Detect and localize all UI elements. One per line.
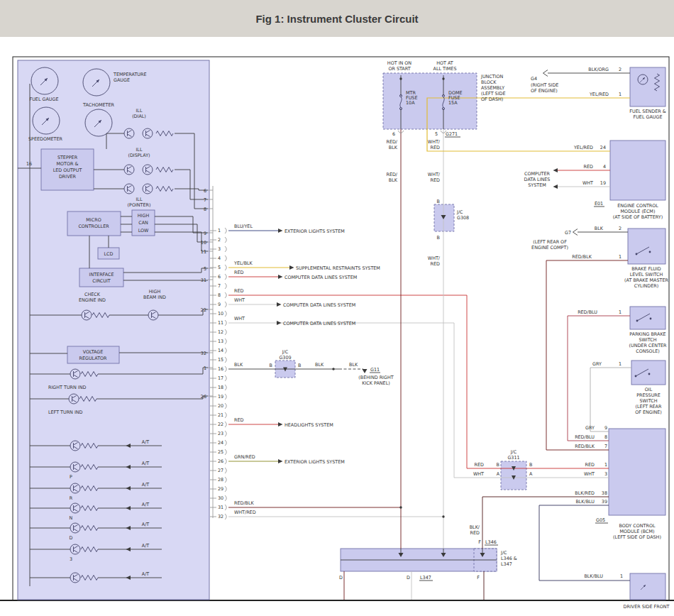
wire-color-label: RED/BLU bbox=[578, 309, 597, 315]
connector-pin-bump bbox=[225, 440, 226, 446]
wire-color-label: WHT bbox=[473, 471, 484, 477]
connector-pin-number: 11 bbox=[218, 320, 223, 326]
pin-letter: B bbox=[529, 462, 532, 468]
at-label: A/T bbox=[142, 522, 150, 527]
connector-pin-bump bbox=[225, 283, 226, 289]
wiring-diagram: 1234567891011121314151617181920212223242… bbox=[0, 37, 674, 616]
connector-pin-number: 16 bbox=[218, 366, 223, 372]
connector-pin-bump bbox=[225, 375, 226, 381]
connector-pin-number: 15 bbox=[218, 357, 223, 363]
edge-pin: 22 bbox=[201, 307, 206, 313]
pin-number: 1 bbox=[619, 92, 621, 97]
wire-color-label: RED/BLK bbox=[386, 172, 397, 183]
pin16-edge-label: 16 bbox=[26, 161, 32, 167]
pin-letter: D bbox=[407, 575, 410, 581]
pin-number: 1 bbox=[619, 361, 621, 367]
can-label: CAN bbox=[138, 220, 148, 226]
connector-pin-number: 8 bbox=[218, 292, 221, 298]
parking-brake-label: PARKING BRAKESWITCH(UNDER CENTERCONSOLE) bbox=[629, 331, 667, 354]
edge-pin: 9 bbox=[204, 231, 206, 236]
ground-ref: G11 bbox=[370, 367, 380, 373]
pin-letter: F bbox=[478, 539, 481, 545]
connector-pin-number: 28 bbox=[218, 477, 223, 483]
connector-pin-number: 4 bbox=[218, 255, 221, 261]
pin-number: 3 bbox=[604, 471, 607, 477]
wire-color-label: BLK/BLU bbox=[575, 499, 595, 505]
wire-color-label: GRY bbox=[592, 361, 602, 367]
pin-number: 39 bbox=[602, 499, 607, 505]
pin-letter: B bbox=[497, 462, 499, 468]
connector-pin-bump bbox=[225, 458, 226, 464]
connector-pin-bump bbox=[225, 477, 226, 483]
ground-note: (RIGHT SIDEOF ENGINE) bbox=[531, 82, 558, 94]
pin-letter: B bbox=[270, 363, 272, 368]
connector-pin-bump bbox=[225, 292, 226, 298]
connector-pin-number: 5 bbox=[218, 265, 221, 270]
connector-pin-number: 19 bbox=[218, 394, 223, 400]
wire-color-label: YEL/RED bbox=[573, 145, 593, 150]
connector-pin-number: 10 bbox=[218, 311, 223, 317]
wire-blk-blu-bcm-to-driver bbox=[539, 505, 630, 581]
connector-pin-bump bbox=[225, 431, 226, 436]
wire-color-label: WHT/RED bbox=[428, 255, 441, 267]
wire-color-label: GRY bbox=[585, 425, 595, 431]
gear-d-label: D bbox=[70, 535, 73, 541]
wire-color-label: RED/BLU bbox=[575, 434, 595, 440]
gear-3-label: 3 bbox=[70, 556, 72, 562]
connector-pin-number: 18 bbox=[218, 385, 223, 390]
connector-pin-bump bbox=[225, 237, 226, 243]
connector-pin-number: 13 bbox=[218, 339, 223, 344]
connector-ref: L346 bbox=[485, 539, 497, 545]
wire-color-label: WHT bbox=[234, 316, 245, 321]
connector-pin-number: 2 bbox=[218, 237, 221, 243]
interface-circuit-label: INTERFACECIRCUIT bbox=[89, 272, 114, 284]
fuse-feed-lines bbox=[401, 75, 482, 553]
connector-pin-bump bbox=[225, 394, 226, 400]
connector-pin-number: 27 bbox=[218, 468, 223, 473]
system-label: HEADLIGHTS SYSTEM bbox=[284, 422, 333, 428]
pin-number: 5 bbox=[435, 131, 438, 137]
connector-pin-number: 25 bbox=[218, 449, 223, 455]
connector-pin-number: 12 bbox=[218, 329, 223, 335]
wire-color-label: WHT bbox=[582, 180, 593, 186]
connector-pin-bump bbox=[225, 311, 226, 317]
wire-color-label: GRN/RED bbox=[234, 454, 255, 460]
connector-pin-number: 22 bbox=[218, 422, 223, 427]
tachometer-label: TACHOMETER bbox=[82, 102, 114, 108]
can-low-label: LOW bbox=[138, 228, 149, 233]
pin-letter: B bbox=[298, 363, 301, 368]
jc-g311-label: J/CG311 bbox=[507, 449, 519, 461]
connector-pin-bump bbox=[225, 255, 226, 261]
wire-color-label: YEL/BLK bbox=[233, 260, 253, 266]
connector-pin-bump bbox=[225, 339, 226, 344]
pin-number: 1 bbox=[619, 254, 621, 260]
connector-pin-number: 32 bbox=[218, 514, 223, 519]
connector-pin-bump bbox=[225, 246, 226, 252]
wire-color-label: YEL/RED bbox=[589, 92, 609, 97]
brake-fluid-label: BRAKE FLUIDLEVEL SWITCH(AT BRAKE MASTERC… bbox=[624, 266, 668, 289]
pin-number: 2 bbox=[619, 67, 621, 72]
connector-pin-bump bbox=[225, 228, 226, 233]
edge-pin: 1 bbox=[204, 365, 206, 371]
left-turn-label: LEFT TURN IND bbox=[48, 409, 83, 415]
connector-pin-bump bbox=[225, 495, 226, 501]
wire-color-label: WHT/RED bbox=[234, 510, 256, 515]
system-label: COMPUTER DATA LINES SYSTEM bbox=[283, 302, 355, 308]
jc-g309-label: J/CG309 bbox=[279, 349, 291, 361]
system-label: EXTERIOR LIGHTS SYSTEM bbox=[284, 229, 345, 234]
brake-fluid-switch-box bbox=[628, 229, 665, 264]
connector-pin-bump bbox=[225, 320, 226, 326]
connector-pin-number: 26 bbox=[218, 458, 223, 464]
pin-number: 7 bbox=[604, 444, 607, 449]
jc-l346-label: J/CL346 &L347 bbox=[500, 550, 517, 567]
interface-circuit-box bbox=[79, 268, 123, 287]
pin-number: 1 bbox=[620, 573, 623, 579]
connector-ref: G271 bbox=[446, 131, 458, 137]
connector-pin-number: 6 bbox=[218, 274, 221, 280]
at-label: A/T bbox=[142, 571, 150, 577]
connector-pin-number: 31 bbox=[218, 505, 223, 510]
system-label: COMPUTER DATA LINES SYSTEM bbox=[283, 321, 355, 326]
pin-letter: D bbox=[339, 575, 343, 581]
ref-underlines bbox=[370, 137, 608, 581]
title-bar: Fig 1: Instrument Cluster Circuit bbox=[0, 0, 674, 37]
